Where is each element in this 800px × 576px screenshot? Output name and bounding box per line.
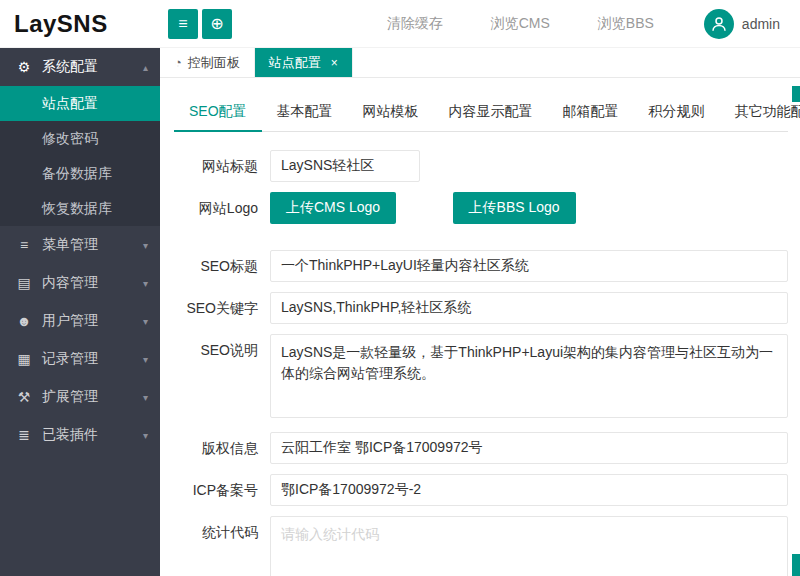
chevron-down-icon: ▾ xyxy=(143,278,148,289)
site-title-input[interactable] xyxy=(270,150,420,182)
tab-site-config[interactable]: 站点配置 × xyxy=(255,48,353,77)
person-icon xyxy=(710,15,728,33)
tab-mail-config[interactable]: 邮箱配置 xyxy=(548,93,634,131)
chevron-down-icon: ▾ xyxy=(143,316,148,327)
form-row-seo-description: SEO说明 LaySNS是一款轻量级，基于ThinkPHP+Layui架构的集内… xyxy=(176,334,788,422)
form-row-stats-code: 统计代码 xyxy=(176,516,788,576)
upload-cms-logo-button[interactable]: 上传CMS Logo xyxy=(270,192,396,224)
chevron-down-icon: ▾ xyxy=(143,354,148,365)
form-row-seo-title: SEO标题 xyxy=(176,250,788,282)
wrench-icon: ⚒ xyxy=(14,389,34,405)
seo-title-label: SEO标题 xyxy=(176,250,258,282)
header-buttons: ≡ ⊕ xyxy=(168,9,232,39)
sidebar-group-label: 系统配置 xyxy=(42,58,143,76)
form-row-site-title: 网站标题 xyxy=(176,150,788,182)
config-tabs: SEO配置 基本配置 网站模板 内容显示配置 邮箱配置 积分规则 其它功能配置 xyxy=(174,93,788,132)
header-links: 清除缓存 浏览CMS 浏览BBS xyxy=(387,15,654,33)
sidebar-group-extension-mgmt[interactable]: ⚒ 扩展管理 ▾ xyxy=(0,378,160,416)
sidebar-item-change-password[interactable]: 修改密码 xyxy=(0,121,160,156)
sidebar-group-installed-plugins[interactable]: ≣ 已装插件 ▾ xyxy=(0,416,160,454)
tab-site-template[interactable]: 网站模板 xyxy=(348,93,434,131)
user-menu[interactable]: admin xyxy=(704,9,780,39)
sidebar-group-label: 已装插件 xyxy=(42,426,143,444)
sidebar-group-content-mgmt[interactable]: ▤ 内容管理 ▾ xyxy=(0,264,160,302)
tab-label: 站点配置 xyxy=(269,54,321,72)
sidebar-group-record-mgmt[interactable]: ▦ 记录管理 ▾ xyxy=(0,340,160,378)
browse-cms-link[interactable]: 浏览CMS xyxy=(491,15,550,33)
sidebar-group-system-config[interactable]: ⚙ 系统配置 ▴ xyxy=(0,48,160,86)
sidebar-item-restore-db[interactable]: 恢复数据库 xyxy=(0,191,160,226)
site-title-label: 网站标题 xyxy=(176,150,258,182)
top-header: LaySNS ≡ ⊕ 清除缓存 浏览CMS 浏览BBS admin xyxy=(0,0,800,48)
sidebar-item-backup-db[interactable]: 备份数据库 xyxy=(0,156,160,191)
seo-keywords-label: SEO关键字 xyxy=(176,292,258,324)
scrollbar-thumb-bottom[interactable] xyxy=(792,554,800,576)
form-row-copyright: 版权信息 xyxy=(176,432,788,464)
close-icon[interactable]: × xyxy=(331,56,338,70)
chevron-up-icon: ▴ xyxy=(143,62,148,73)
user-name: admin xyxy=(742,16,780,32)
tab-dashboard[interactable]: ◔ 控制面板 xyxy=(160,48,255,77)
tab-content-display-config[interactable]: 内容显示配置 xyxy=(434,93,548,131)
sidebar-group-label: 记录管理 xyxy=(42,350,143,368)
seo-description-textarea[interactable]: LaySNS是一款轻量级，基于ThinkPHP+Layui架构的集内容管理与社区… xyxy=(270,334,788,418)
scrollbar-thumb-top[interactable] xyxy=(792,86,800,102)
icp-label: ICP备案号 xyxy=(176,474,258,506)
menu-icon: ≡ xyxy=(14,237,34,253)
chevron-down-icon: ▾ xyxy=(143,240,148,251)
form-row-site-logo: 网站Logo 上传CMS Logo 上传BBS Logo xyxy=(176,192,788,224)
sidebar-group-label: 用户管理 xyxy=(42,312,143,330)
form-row-seo-keywords: SEO关键字 xyxy=(176,292,788,324)
sidebar-group-user-mgmt[interactable]: ☻ 用户管理 ▾ xyxy=(0,302,160,340)
sidebar-group-label: 扩展管理 xyxy=(42,388,143,406)
upload-bbs-logo-button[interactable]: 上传BBS Logo xyxy=(453,192,576,224)
brand-logo: LaySNS xyxy=(0,10,160,38)
seo-title-input[interactable] xyxy=(270,250,788,282)
avatar xyxy=(704,9,734,39)
sidebar-group-menu-mgmt[interactable]: ≡ 菜单管理 ▾ xyxy=(0,226,160,264)
form-row-icp: ICP备案号 xyxy=(176,474,788,506)
sidebar-toggle-button[interactable]: ≡ xyxy=(168,9,198,39)
sidebar-group-label: 菜单管理 xyxy=(42,236,143,254)
tab-basic-config[interactable]: 基本配置 xyxy=(262,93,348,131)
seo-config-form: 网站标题 网站Logo 上传CMS Logo 上传BBS Logo SEO标题 … xyxy=(160,132,800,576)
chevron-down-icon: ▾ xyxy=(143,430,148,441)
document-icon: ▤ xyxy=(14,275,34,291)
gear-icon: ⚙ xyxy=(14,59,34,75)
open-tabs-bar: ◔ 控制面板 站点配置 × xyxy=(160,48,800,78)
site-logo-label: 网站Logo xyxy=(176,192,258,224)
hamburger-icon: ≡ xyxy=(178,15,187,33)
stats-code-label: 统计代码 xyxy=(176,516,258,548)
grid-icon: ▦ xyxy=(14,351,34,367)
clear-cache-link[interactable]: 清除缓存 xyxy=(387,15,443,33)
tab-seo-config[interactable]: SEO配置 xyxy=(174,93,262,131)
copyright-input[interactable] xyxy=(270,432,788,464)
tab-label: 控制面板 xyxy=(188,54,240,72)
refresh-icon: ⊕ xyxy=(210,14,223,33)
seo-keywords-input[interactable] xyxy=(270,292,788,324)
icp-input[interactable] xyxy=(270,474,788,506)
sidebar-group-label: 内容管理 xyxy=(42,274,143,292)
refresh-button[interactable]: ⊕ xyxy=(202,9,232,39)
dashboard-icon: ◔ xyxy=(174,55,182,70)
tab-other-functions[interactable]: 其它功能配置 xyxy=(720,93,800,131)
users-icon: ☻ xyxy=(14,313,34,329)
main-content: SEO配置 基本配置 网站模板 内容显示配置 邮箱配置 积分规则 其它功能配置 … xyxy=(160,79,800,576)
tab-points-rules[interactable]: 积分规则 xyxy=(634,93,720,131)
browse-bbs-link[interactable]: 浏览BBS xyxy=(598,15,654,33)
sidebar-item-site-config[interactable]: 站点配置 xyxy=(0,86,160,121)
stats-code-textarea[interactable] xyxy=(270,516,788,576)
seo-description-label: SEO说明 xyxy=(176,334,258,366)
plugin-icon: ≣ xyxy=(14,427,34,443)
copyright-label: 版权信息 xyxy=(176,432,258,464)
chevron-down-icon: ▾ xyxy=(143,392,148,403)
sidebar: ⚙ 系统配置 ▴ 站点配置 修改密码 备份数据库 恢复数据库 ≡ 菜单管理 ▾ … xyxy=(0,48,160,576)
sidebar-children-system-config: 站点配置 修改密码 备份数据库 恢复数据库 xyxy=(0,86,160,226)
